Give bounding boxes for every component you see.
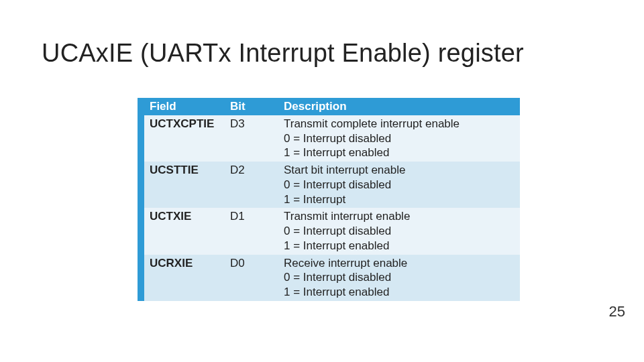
field-name: UCTXIE	[150, 210, 191, 223]
cell-bit: D3	[225, 115, 278, 162]
desc-line: Start bit interrupt enable	[284, 163, 515, 178]
register-table: Field Bit Description UCTXCPTIE D3 Trans…	[138, 98, 520, 301]
col-desc-label: Description	[284, 100, 347, 113]
desc-line: Transmit interrupt enable	[284, 209, 515, 224]
page-title: UCAxIE (UARTx Interrupt Enable) register	[42, 39, 524, 68]
cell-bit: D0	[225, 255, 278, 301]
table-row: UCSTTIE D2 Start bit interrupt enable 0 …	[138, 162, 520, 208]
desc-line: Transmit complete interrupt enable	[284, 117, 515, 131]
desc-line: 0 = Interrupt disabled	[284, 178, 515, 192]
col-bit: Bit	[225, 98, 278, 115]
cell-desc: Transmit interrupt enable 0 = Interrupt …	[278, 208, 520, 254]
accent-cell	[138, 255, 144, 301]
table-header-row: Field Bit Description	[138, 98, 520, 115]
cell-field: UCSTTIE	[144, 162, 225, 208]
table-row: UCTXIE D1 Transmit interrupt enable 0 = …	[138, 208, 520, 254]
col-field: Field	[144, 98, 225, 115]
accent-cell	[138, 208, 144, 254]
table-row: UCTXCPTIE D3 Transmit complete interrupt…	[138, 115, 520, 162]
col-bit-label: Bit	[230, 100, 246, 113]
desc-line: 0 = Interrupt disabled	[284, 224, 515, 239]
cell-bit: D2	[225, 162, 278, 208]
col-field-label: Field	[150, 100, 176, 113]
page-number: 25	[609, 303, 625, 320]
desc-line: 1 = Interrupt enabled	[284, 239, 515, 253]
table: Field Bit Description UCTXCPTIE D3 Trans…	[138, 98, 520, 301]
cell-desc: Start bit interrupt enable 0 = Interrupt…	[278, 162, 520, 208]
accent-cell	[138, 115, 144, 162]
cell-field: UCRXIE	[144, 255, 225, 301]
desc-line: 1 = Interrupt enabled	[284, 285, 515, 300]
cell-desc: Transmit complete interrupt enable 0 = I…	[278, 115, 520, 162]
cell-bit: D1	[225, 208, 278, 254]
desc-line: 1 = Interrupt enabled	[284, 145, 515, 160]
cell-desc: Receive interrupt enable 0 = Interrupt d…	[278, 255, 520, 301]
desc-line: 0 = Interrupt disabled	[284, 131, 515, 146]
col-desc: Description	[278, 98, 520, 115]
cell-field: UCTXIE	[144, 208, 225, 254]
desc-line: Receive interrupt enable	[284, 256, 515, 271]
field-name: UCTXCPTIE	[150, 117, 214, 130]
accent-cell	[138, 98, 144, 115]
slide: UCAxIE (UARTx Interrupt Enable) register…	[0, 0, 644, 362]
field-name: UCRXIE	[150, 257, 193, 269]
desc-line: 0 = Interrupt disabled	[284, 270, 515, 285]
desc-line: 1 = Interrupt	[284, 192, 515, 207]
accent-cell	[138, 162, 144, 208]
table-row: UCRXIE D0 Receive interrupt enable 0 = I…	[138, 255, 520, 301]
field-name: UCSTTIE	[150, 164, 199, 176]
cell-field: UCTXCPTIE	[144, 115, 225, 162]
